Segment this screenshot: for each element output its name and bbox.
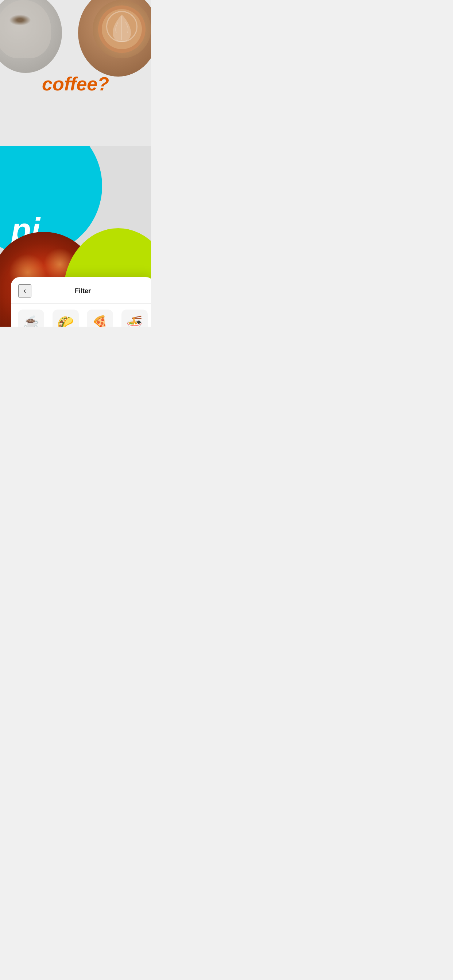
coffee-question-text: coffee? bbox=[42, 73, 109, 95]
pizza-icon: 🍕 bbox=[87, 310, 113, 327]
souvlaki-icon: 🌮 bbox=[53, 310, 79, 327]
modal-title: Filter bbox=[75, 287, 91, 295]
svg-point-1 bbox=[102, 9, 142, 49]
asian-icon: 🍜 bbox=[121, 310, 148, 327]
back-chevron-icon: ‹ bbox=[23, 287, 26, 295]
category-item-asian[interactable]: 🍜 Asian bbox=[119, 310, 151, 327]
latte-image bbox=[78, 0, 151, 76]
back-button[interactable]: ‹ bbox=[18, 285, 31, 298]
background-area: pi ‹ Filter ☕ Coffee 🌮 Souvlaki 🍕 bbox=[0, 146, 151, 327]
category-grid: ☕ Coffee 🌮 Souvlaki 🍕 Pizza 🍜 Asian 🥐 Cr bbox=[11, 304, 151, 327]
category-item-coffee[interactable]: ☕ Coffee bbox=[15, 310, 47, 327]
hero-section: coffee? bbox=[0, 0, 151, 146]
category-item-souvlaki[interactable]: 🌮 Souvlaki bbox=[50, 310, 82, 327]
modal-header: ‹ Filter bbox=[11, 277, 151, 304]
category-item-pizza[interactable]: 🍕 Pizza bbox=[84, 310, 116, 327]
iced-coffee-image bbox=[0, 0, 62, 73]
coffee-icon: ☕ bbox=[18, 310, 44, 327]
filter-modal: ‹ Filter ☕ Coffee 🌮 Souvlaki 🍕 Pizza bbox=[11, 277, 151, 327]
